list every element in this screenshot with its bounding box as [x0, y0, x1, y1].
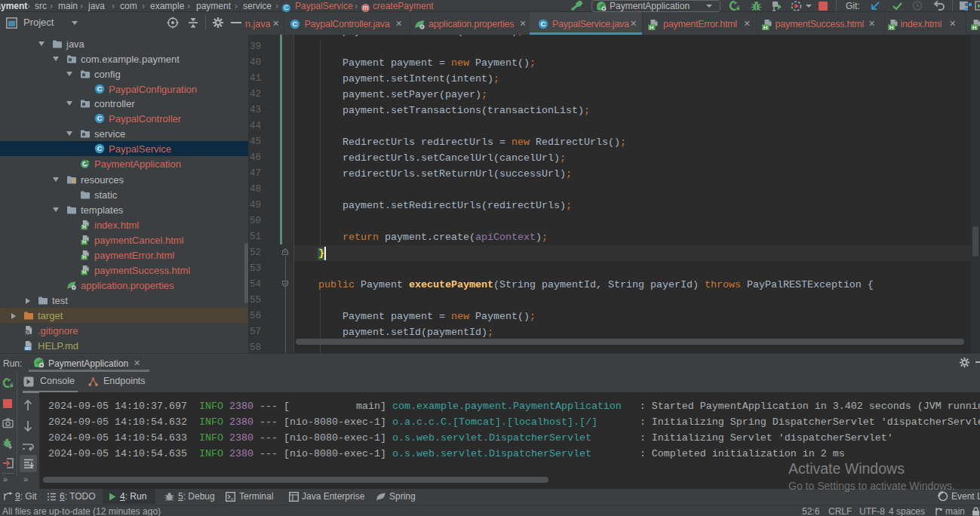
svg-text:H: H	[763, 24, 768, 30]
svg-text:H: H	[82, 269, 86, 275]
svg-text:H: H	[889, 24, 894, 30]
svg-text:H: H	[82, 224, 86, 229]
svg-text:H: H	[82, 254, 86, 260]
svg-text:C: C	[97, 84, 103, 93]
svg-text:H: H	[972, 24, 976, 30]
svg-text:C: C	[97, 144, 103, 152]
svg-text:H: H	[82, 239, 86, 244]
svg-text:C: C	[97, 114, 103, 122]
svg-text:H: H	[649, 24, 653, 30]
svg-text:C: C	[293, 20, 298, 28]
svg-text:C: C	[541, 20, 546, 28]
svg-text:MD: MD	[25, 346, 31, 350]
